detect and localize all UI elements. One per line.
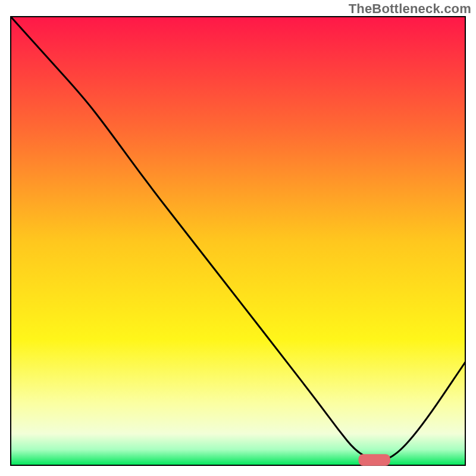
watermark-text: TheBottleneck.com: [349, 1, 471, 17]
chart-svg: [0, 0, 476, 476]
chart-container: TheBottleneck.com: [0, 0, 476, 476]
plot-background: [11, 17, 465, 465]
optimal-range-marker: [358, 454, 390, 466]
